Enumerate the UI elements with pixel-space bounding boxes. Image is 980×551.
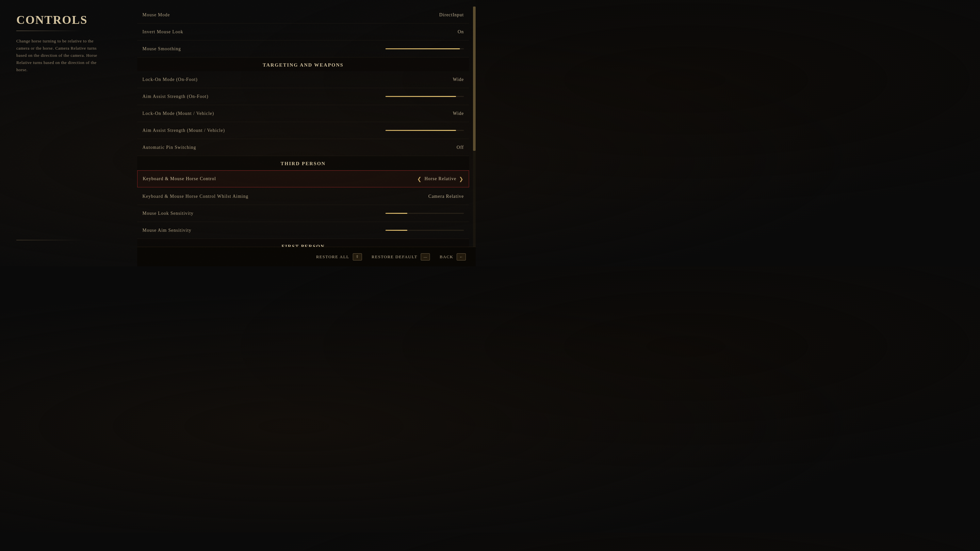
setting-row-lock-on-foot[interactable]: Lock-On Mode (On-Foot) Wide bbox=[137, 71, 469, 88]
setting-label-auto-pin: Automatic Pin Switching bbox=[142, 145, 196, 150]
restore-all-label: Restore All bbox=[316, 254, 350, 259]
bottom-bar: Restore All ⇧ Restore Default — Back ← bbox=[137, 247, 476, 266]
setting-label-kb-horse-control: Keyboard & Mouse Horse Control bbox=[143, 176, 216, 181]
setting-row-kb-horse-aiming[interactable]: Keyboard & Mouse Horse Control Whilst Ai… bbox=[137, 188, 469, 205]
setting-label-aim-assist-mount: Aim Assist Strength (Mount / Vehicle) bbox=[142, 128, 225, 133]
setting-row-mouse-mode[interactable]: Mouse Mode DirectInput bbox=[137, 6, 469, 24]
section-title-third-person: Third Person bbox=[281, 161, 326, 166]
setting-label-mouse-smoothing: Mouse Smoothing bbox=[142, 46, 181, 52]
setting-row-invert-mouse[interactable]: Invert Mouse Look On bbox=[137, 24, 469, 40]
restore-default-label: Restore Default bbox=[372, 254, 417, 259]
restore-default-key-icon: — bbox=[421, 253, 430, 260]
page-title: Controls bbox=[16, 13, 127, 27]
arrow-right-icon[interactable]: ❯ bbox=[459, 176, 463, 182]
setting-row-mouse-smoothing[interactable]: Mouse Smoothing bbox=[137, 40, 469, 57]
section-title-targeting: Targeting and Weapons bbox=[262, 62, 343, 68]
slider-track-aim-mount bbox=[385, 130, 464, 131]
section-title-first-person: First Person bbox=[282, 244, 325, 247]
slider-mouse-aim-sensitivity[interactable] bbox=[385, 230, 464, 231]
section-third-person: Third Person bbox=[137, 156, 469, 170]
setting-row-mouse-aim-sensitivity[interactable]: Mouse Aim Sensitivity bbox=[137, 222, 469, 239]
title-divider bbox=[16, 31, 82, 31]
slider-aim-assist-foot[interactable] bbox=[385, 96, 464, 97]
slider-fill-aim-mount bbox=[385, 130, 456, 131]
horse-control-value: Horse Relative bbox=[424, 176, 457, 181]
setting-row-lock-on-mount[interactable]: Lock-On Mode (Mount / Vehicle) Wide bbox=[137, 105, 469, 122]
setting-value-mouse-mode: DirectInput bbox=[439, 13, 464, 17]
slider-track bbox=[385, 48, 464, 49]
slider-fill-look bbox=[385, 213, 407, 214]
setting-label-mouse-mode: Mouse Mode bbox=[142, 13, 170, 17]
setting-label-aim-assist-foot: Aim Assist Strength (On-Foot) bbox=[142, 94, 208, 99]
setting-value-invert-mouse: On bbox=[458, 29, 464, 35]
slider-track-aim-foot bbox=[385, 96, 464, 97]
restore-all-button[interactable]: Restore All ⇧ bbox=[316, 253, 362, 260]
setting-label-invert-mouse: Invert Mouse Look bbox=[142, 29, 183, 35]
setting-label-mouse-look-sensitivity: Mouse Look Sensitivity bbox=[142, 211, 194, 216]
setting-label-lock-on-mount: Lock-On Mode (Mount / Vehicle) bbox=[142, 111, 214, 116]
left-panel: Controls Change horse turning to be rela… bbox=[0, 0, 137, 266]
back-key-icon: ← bbox=[457, 253, 466, 260]
section-targeting-weapons: Targeting and Weapons bbox=[137, 57, 469, 71]
setting-row-mouse-look-sensitivity[interactable]: Mouse Look Sensitivity bbox=[137, 205, 469, 222]
left-bottom-divider bbox=[16, 240, 82, 240]
back-label: Back bbox=[440, 254, 453, 259]
slider-mouse-smoothing[interactable] bbox=[385, 48, 464, 49]
slider-aim-assist-mount[interactable] bbox=[385, 130, 464, 131]
settings-container[interactable]: Mouse Mode DirectInput Invert Mouse Look… bbox=[137, 6, 476, 247]
restore-all-key-icon: ⇧ bbox=[353, 253, 362, 260]
setting-label-mouse-aim-sensitivity: Mouse Aim Sensitivity bbox=[142, 228, 191, 233]
slider-fill-aim-foot bbox=[385, 96, 456, 97]
description-text: Change horse turning to be relative to t… bbox=[16, 38, 108, 73]
back-button[interactable]: Back ← bbox=[440, 253, 466, 260]
setting-value-lock-on-mount: Wide bbox=[453, 111, 464, 116]
setting-label-lock-on-foot: Lock-On Mode (On-Foot) bbox=[142, 77, 197, 82]
settings-list: Mouse Mode DirectInput Invert Mouse Look… bbox=[137, 6, 469, 247]
setting-row-aim-assist-mount[interactable]: Aim Assist Strength (Mount / Vehicle) bbox=[137, 122, 469, 139]
restore-default-button[interactable]: Restore Default — bbox=[372, 253, 430, 260]
arrow-left-icon[interactable]: ❮ bbox=[417, 176, 422, 182]
slider-track-look bbox=[385, 213, 464, 214]
scrollbar-thumb[interactable] bbox=[473, 6, 476, 151]
setting-value-lock-on-foot: Wide bbox=[453, 77, 464, 82]
setting-value-kb-horse-control[interactable]: ❮ Horse Relative ❯ bbox=[417, 176, 463, 182]
page: Controls Change horse turning to be rela… bbox=[0, 0, 476, 266]
slider-mouse-look-sensitivity[interactable] bbox=[385, 213, 464, 214]
slider-fill-aim bbox=[385, 230, 407, 231]
setting-row-auto-pin[interactable]: Automatic Pin Switching Off bbox=[137, 139, 469, 156]
setting-row-aim-assist-foot[interactable]: Aim Assist Strength (On-Foot) bbox=[137, 88, 469, 105]
slider-track-aim bbox=[385, 230, 464, 231]
scrollbar[interactable] bbox=[473, 6, 476, 247]
setting-row-kb-horse-control[interactable]: Keyboard & Mouse Horse Control ❮ Horse R… bbox=[137, 170, 469, 187]
section-first-person: First Person bbox=[137, 239, 469, 247]
setting-value-kb-horse-aiming: Camera Relative bbox=[428, 194, 464, 199]
setting-value-auto-pin: Off bbox=[457, 145, 464, 150]
right-panel: Mouse Mode DirectInput Invert Mouse Look… bbox=[137, 0, 476, 266]
slider-fill bbox=[385, 48, 460, 49]
setting-label-kb-horse-aiming: Keyboard & Mouse Horse Control Whilst Ai… bbox=[142, 194, 248, 199]
